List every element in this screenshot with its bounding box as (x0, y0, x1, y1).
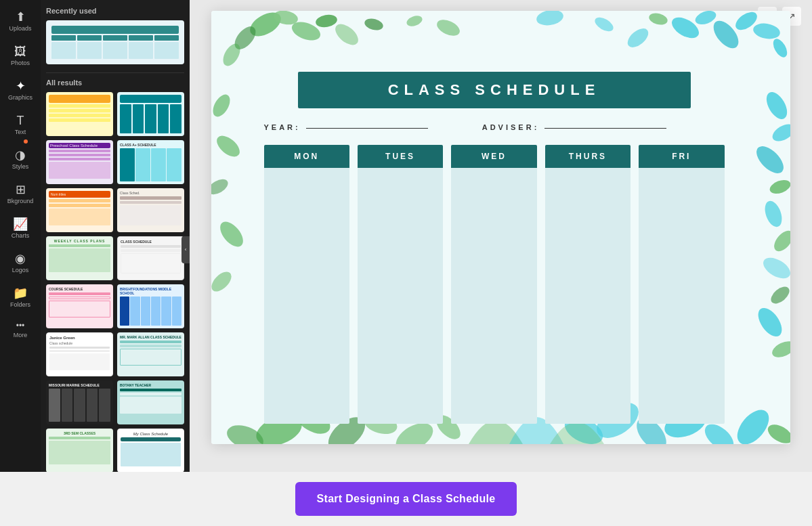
sidebar-item-logos[interactable]: ◉ Logos (3, 247, 38, 279)
template-item[interactable]: Janice Green Class schedule (46, 332, 113, 376)
background-label: Bkground (7, 198, 34, 204)
panel-collapse-arrow[interactable]: ‹ (181, 236, 190, 263)
uploads-icon: ⬆ (16, 11, 26, 23)
graphics-label: Graphics (8, 94, 33, 101)
day-header-thurs: THURS (545, 145, 631, 168)
template-grid: Preschool Class Schedule CLASS A+ SCHEDU… (46, 92, 184, 472)
sidebar-item-more[interactable]: ••• More (3, 316, 38, 344)
template-item[interactable] (46, 92, 113, 136)
template-item[interactable]: Num titles (46, 188, 113, 232)
days-grid: MON TUES WED THURS (264, 145, 725, 424)
year-field: YEAR: (264, 123, 428, 131)
recently-used-label: Recently used (46, 7, 184, 15)
sidebar-item-charts[interactable]: 📈 Charts (3, 213, 38, 244)
sidebar-item-styles[interactable]: ◑ Styles (3, 144, 38, 175)
all-results-label: All results (46, 79, 184, 87)
photos-label: Photos (11, 60, 30, 66)
day-header-wed: WED (451, 145, 536, 168)
day-body-wed (451, 168, 536, 424)
template-item[interactable]: 3RD SEM CLASSES (46, 429, 113, 472)
graphics-icon: ✦ (16, 80, 26, 92)
charts-icon: 📈 (13, 218, 28, 230)
sidebar: ⬆ Uploads 🖼 Photos ✦ Graphics T Text ◑ S… (0, 0, 190, 472)
day-body-tues (358, 168, 443, 424)
schedule-info-row: YEAR: ADVISER: (264, 123, 725, 131)
text-label: Text (15, 129, 26, 135)
adviser-label: ADVISER: (482, 123, 540, 131)
sidebar-item-folders[interactable]: 📁 Folders (3, 282, 38, 313)
folders-icon: 📁 (13, 287, 28, 299)
charts-label: Charts (12, 232, 30, 239)
folders-label: Folders (10, 301, 30, 308)
styles-icon: ◑ (15, 149, 26, 161)
template-item[interactable]: CLASS A+ SCHEDULE (117, 140, 184, 184)
template-item[interactable]: CLASS SCHEDULE (117, 236, 184, 280)
logos-icon: ◉ (15, 253, 26, 265)
more-label: More (14, 332, 28, 338)
template-item[interactable]: WEEKLY CLASS PLANS (46, 236, 113, 280)
sidebar-item-text[interactable]: T Text (3, 109, 38, 141)
template-item[interactable]: MISSOURI MARINE SCHEDULE (46, 380, 113, 424)
template-item[interactable]: BOTANY TEACHER (117, 380, 184, 424)
day-header-tues: TUES (358, 145, 443, 168)
day-header-mon: MON (264, 145, 349, 168)
sidebar-icon-column: ⬆ Uploads 🖼 Photos ✦ Graphics T Text ◑ S… (0, 0, 41, 472)
more-icon: ••• (16, 322, 25, 330)
sidebar-template-panel: Recently used (41, 0, 190, 472)
sidebar-item-uploads[interactable]: ⬆ Uploads (3, 5, 38, 37)
section-divider (46, 72, 184, 73)
year-line (306, 128, 428, 129)
text-icon: T (17, 114, 24, 127)
day-column-mon: MON (264, 145, 349, 424)
adviser-line (544, 128, 666, 129)
recently-used-template[interactable] (46, 20, 184, 64)
canvas-frame: CLASS SCHEDULE YEAR: ADVISER: (211, 11, 790, 444)
bottom-cta-section: Start Designing a Class Schedule (0, 472, 812, 526)
sidebar-item-photos[interactable]: 🖼 Photos (3, 40, 38, 72)
adviser-field: ADVISER: (482, 123, 667, 131)
canvas-area: ⧉ ↗ (190, 0, 812, 472)
day-column-fri: FRI (639, 145, 724, 424)
styles-notification-dot (24, 139, 28, 144)
day-body-thurs (545, 168, 631, 424)
template-item[interactable]: COURSE SCHEDULE (46, 284, 113, 328)
background-icon: ⊞ (16, 183, 26, 196)
day-header-fri: FRI (639, 145, 724, 168)
schedule-content: CLASS SCHEDULE YEAR: ADVISER: (211, 11, 790, 444)
template-item[interactable]: Class Sched. (117, 188, 184, 232)
schedule-background: CLASS SCHEDULE YEAR: ADVISER: (211, 11, 790, 444)
schedule-title: CLASS SCHEDULE (298, 72, 691, 108)
template-item[interactable] (117, 92, 184, 136)
template-item[interactable]: Preschool Class Schedule (46, 140, 113, 184)
uploads-label: Uploads (9, 25, 31, 32)
day-body-mon (264, 168, 349, 424)
photos-icon: 🖼 (14, 45, 26, 58)
start-designing-button[interactable]: Start Designing a Class Schedule (295, 482, 517, 516)
day-column-tues: TUES (358, 145, 443, 424)
styles-label: Styles (12, 163, 29, 170)
sidebar-item-background[interactable]: ⊞ Bkground (3, 178, 38, 210)
template-item[interactable]: BRIGHTFOUNDATIONS MIDDLE SCHOOL (117, 284, 184, 328)
template-item[interactable]: MR. MARK ALLAN CLASS SCHEDULE (117, 332, 184, 376)
day-column-wed: WED (451, 145, 536, 424)
day-column-thurs: THURS (545, 145, 631, 424)
logos-label: Logos (12, 267, 29, 273)
main-container: ⬆ Uploads 🖼 Photos ✦ Graphics T Text ◑ S… (0, 0, 812, 472)
day-body-fri (639, 168, 724, 424)
template-item[interactable]: My Class Schedule (117, 429, 184, 472)
sidebar-item-graphics[interactable]: ✦ Graphics (3, 74, 38, 106)
year-label: YEAR: (264, 123, 301, 131)
